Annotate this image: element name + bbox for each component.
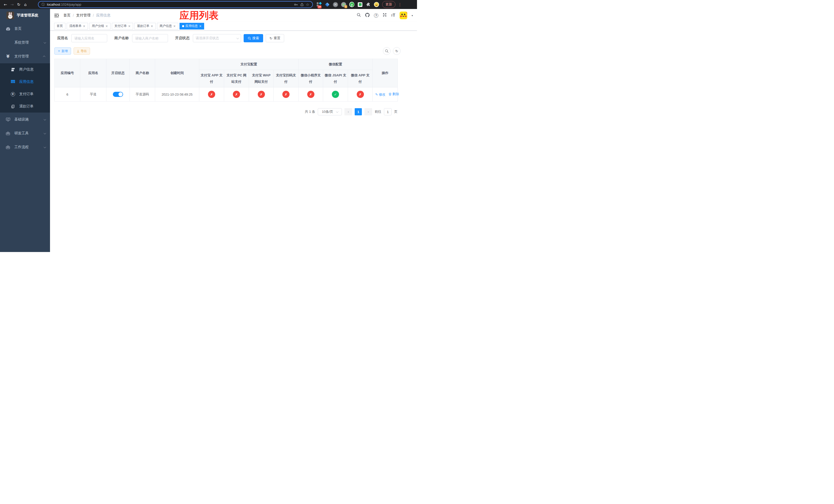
tab-user-group[interactable]: 用户分组× (89, 23, 111, 29)
pagination: 共 1 条 10条/页 ‹ 1 › 前往 页 (54, 108, 397, 115)
status-alipay-pc: ✗ (233, 91, 240, 98)
refresh-table-button[interactable]: ↻ (393, 47, 401, 55)
gem-extension-icon[interactable] (325, 2, 330, 7)
profile-avatar-icon[interactable] (374, 2, 379, 7)
tab-merchant-info[interactable]: 商户信息× (157, 23, 178, 29)
status-select[interactable]: 请选择开启状态 (193, 34, 241, 42)
status-wx-lite: ✗ (307, 91, 314, 98)
sidebar-item-merchant-info[interactable]: 商户信息 (0, 63, 50, 76)
add-button[interactable]: + 新增 (54, 47, 71, 54)
delete-link[interactable]: 删除 (389, 92, 399, 96)
tab-refund-order[interactable]: 退款订单× (134, 23, 156, 29)
sidebar-item-label: 首页 (14, 26, 22, 31)
browser-update-button[interactable]: 更新 (382, 1, 395, 8)
sidebar-item-workflow[interactable]: 工作流程 (0, 140, 50, 154)
sidebar-item-pay[interactable]: ¥ 支付管理 (0, 49, 50, 63)
reset-button[interactable]: ↻ 重置 (266, 34, 284, 42)
close-icon[interactable]: × (83, 25, 85, 28)
active-dot (182, 25, 184, 27)
browser-menu-icon[interactable]: ⋮ (398, 2, 402, 7)
chevron-down-icon (237, 37, 239, 39)
pay-submenu: 商户信息 应用信息 ¥ 支付订单 (0, 63, 50, 113)
search-icon[interactable] (357, 13, 361, 18)
browser-toolbar: ← → ↻ ⌂ ⓘ localhost:1024/pay/app ☆ 10 (0, 0, 417, 9)
main-area: 应用列表 首页 / 支付管理 / 应用信息 (50, 9, 417, 252)
col-alipay-pc: 支付宝 PC 网站支付 (224, 70, 249, 87)
app-name-input[interactable] (71, 34, 107, 42)
toggle-search-button[interactable] (383, 47, 391, 55)
close-icon[interactable]: × (199, 25, 202, 28)
tab-app-info[interactable]: 应用信息× (179, 23, 204, 29)
browser-home-icon[interactable]: ⌂ (22, 2, 29, 7)
next-page-button[interactable]: › (365, 108, 372, 115)
col-app-id: 应用编号 (54, 59, 80, 87)
col-wx-app: 微信 APP 支付 (348, 70, 373, 87)
col-wx-lite: 微信小程序支付 (299, 70, 323, 87)
bookmark-star-icon[interactable]: ☆ (306, 2, 309, 7)
extensions-puzzle-icon[interactable] (366, 2, 371, 7)
col-wx-jsapi: 微信 JSAPI 支付 (323, 70, 348, 87)
sidebar-item-infra[interactable]: 基础设施 (0, 113, 50, 127)
edit-link[interactable]: ✎修改 (375, 92, 386, 97)
status-wx-app: ✗ (357, 91, 364, 98)
github-icon[interactable] (365, 13, 370, 18)
password-key-icon[interactable] (294, 3, 298, 7)
site-info-icon[interactable]: ⓘ (42, 2, 45, 7)
browser-reload-icon[interactable]: ↻ (15, 2, 22, 7)
search-button[interactable]: 搜索 (244, 34, 263, 42)
tags-view: 首页 流程表单× 用户分组× 支付订单× 退款订单× 商户信息× 应用信息× (50, 22, 417, 30)
sidebar-logo[interactable]: 芋道管理系统 (0, 9, 50, 22)
address-bar[interactable]: ⓘ localhost:1024/pay/app ☆ (38, 1, 313, 8)
col-actions: 操作 (373, 59, 398, 87)
close-icon[interactable]: × (105, 25, 108, 28)
close-icon[interactable]: × (151, 25, 153, 28)
y-extension-icon[interactable]: y (349, 2, 354, 7)
share-icon[interactable] (300, 3, 304, 6)
blocker-badge: 10 (317, 5, 322, 8)
yen-circle-icon: ¥ (10, 92, 15, 96)
group-wechat-config: 微信配置 (299, 59, 373, 70)
font-size-icon[interactable]: TT (391, 13, 395, 18)
blocker-extension-icon[interactable]: 10 (316, 2, 322, 7)
enabled-toggle[interactable] (113, 92, 123, 97)
breadcrumb-home[interactable]: 首页 (63, 13, 70, 18)
tab-process-form[interactable]: 流程表单× (67, 23, 88, 29)
chat-extension-icon[interactable] (357, 2, 363, 7)
help-icon[interactable]: ? (374, 13, 378, 18)
status-alipay-wap: ✗ (258, 91, 265, 98)
export-button[interactable]: ↓ 导出 (73, 47, 90, 54)
browser-back-icon[interactable]: ← (2, 2, 9, 7)
status-alipay-app: ✗ (208, 91, 215, 98)
tab-home[interactable]: 首页 (54, 23, 65, 29)
sidebar-item-label: 基础设施 (14, 117, 29, 122)
sidebar-item-pay-order[interactable]: ¥ 支付订单 (0, 88, 50, 100)
fullscreen-icon[interactable] (382, 13, 387, 18)
page-1-button[interactable]: 1 (355, 108, 362, 115)
sidebar-item-label: 支付管理 (14, 54, 29, 59)
recorder-extension-icon[interactable]: 1 (341, 2, 346, 7)
sidebar-collapse-icon[interactable] (54, 13, 59, 18)
close-icon[interactable]: × (128, 25, 131, 28)
user-avatar[interactable] (399, 12, 407, 19)
page-size-select[interactable]: 10条/页 (318, 108, 342, 115)
sidebar-item-system[interactable]: 系统管理 (0, 36, 50, 49)
chevron-down-icon (44, 132, 46, 134)
sidebar-item-refund-order[interactable]: 退款订单 (0, 100, 50, 113)
toolbox-icon (5, 132, 10, 135)
close-icon[interactable]: × (173, 25, 176, 28)
sidebar-item-label: 支付订单 (19, 92, 34, 96)
sidebar-item-app-info[interactable]: 应用信息 (0, 76, 50, 88)
merchant-name-input[interactable] (132, 34, 168, 42)
plus-icon: + (58, 49, 60, 53)
goto-page-input[interactable] (384, 108, 392, 115)
breadcrumb-separator: / (93, 13, 94, 18)
sidebar-item-devtools[interactable]: 研发工具 (0, 127, 50, 140)
prev-page-button[interactable]: ‹ (345, 108, 352, 115)
trash-icon (389, 93, 392, 96)
tab-pay-order[interactable]: 支付订单× (112, 23, 133, 29)
chevron-down-icon (44, 41, 46, 44)
grid-table-icon (10, 80, 15, 84)
avatar-caret-icon[interactable]: ▾ (412, 14, 413, 17)
command-extension-icon[interactable]: ⌘ (333, 2, 338, 7)
sidebar-item-home[interactable]: 首页 (0, 22, 50, 36)
